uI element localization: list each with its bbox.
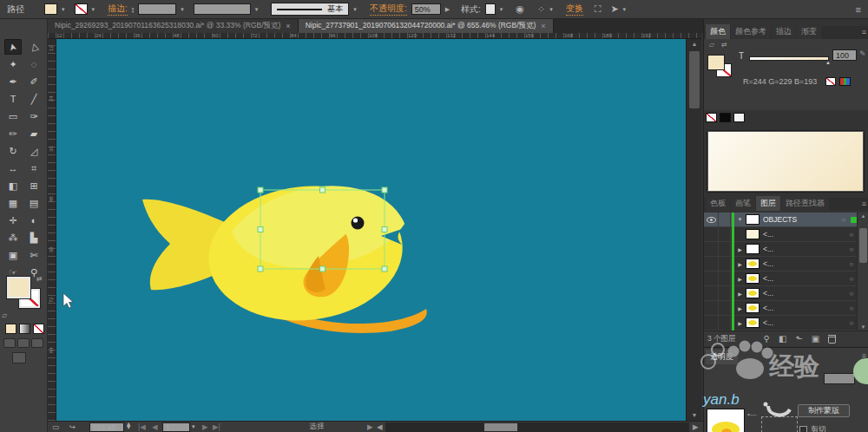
fill-swatch[interactable]	[7, 277, 30, 298]
expand-icon[interactable]: ▶	[734, 320, 746, 326]
stroke-weight-field[interactable]	[138, 3, 176, 15]
align-dropdown-icon[interactable]: ▾	[549, 6, 553, 13]
lock-toggle[interactable]	[719, 227, 731, 242]
visibility-toggle[interactable]	[704, 257, 719, 272]
none-stop-swatch[interactable]	[706, 113, 717, 122]
tint-slider-handle[interactable]: ▲	[825, 60, 831, 65]
scroll-down-icon[interactable]: ▼	[687, 410, 702, 421]
variable-width-profile-field[interactable]	[194, 3, 251, 15]
swap-colors-icon[interactable]: ⇄	[721, 41, 727, 49]
layer-row[interactable]: ▶ <... ○	[704, 242, 868, 257]
status-expand-icon[interactable]: ▶	[367, 422, 373, 432]
layer-name[interactable]: OBJECTS	[760, 215, 838, 224]
first-artboard-icon[interactable]: |◀	[138, 422, 146, 432]
free-transform-tool[interactable]: ⌗	[25, 160, 43, 176]
opacity-label[interactable]: 不透明度:	[370, 3, 407, 16]
panel-fill-swatch[interactable]	[707, 55, 725, 70]
zoom-stepper[interactable]: ▴▾	[127, 422, 130, 432]
pen-tool[interactable]: ✒	[4, 74, 22, 89]
stroke-weight-stepper[interactable]: ▴▾	[132, 6, 135, 13]
vertical-ruler[interactable]: 12243648607284	[48, 39, 56, 421]
panel-menu-icon[interactable]: ≡	[862, 351, 866, 360]
opacity-field[interactable]: 50%	[411, 3, 441, 15]
tint-value-field[interactable]: 100	[832, 49, 857, 61]
lock-toggle[interactable]	[719, 286, 731, 301]
clip-checkbox[interactable]: 剪切	[799, 424, 826, 432]
layer-row[interactable]: ▶ <... ○	[704, 257, 868, 272]
stroke-dropdown-icon[interactable]: ▾	[92, 6, 95, 13]
layers-scroll-thumb[interactable]	[859, 228, 867, 263]
none-swatch[interactable]	[825, 77, 836, 86]
tab-stroke[interactable]: 描边	[772, 24, 796, 39]
rgb-spectrum-icon[interactable]	[839, 77, 851, 86]
blend-tool[interactable]: ◐	[25, 213, 43, 228]
profile-dropdown-icon[interactable]: ▾	[255, 6, 259, 13]
target-icon[interactable]: ○	[846, 304, 857, 312]
layer-thumbnail[interactable]	[746, 229, 760, 239]
export-icon[interactable]: ↪	[69, 422, 76, 432]
panel-menu-icon[interactable]: ≡	[862, 28, 866, 36]
tab-brushes[interactable]: 画笔	[731, 196, 755, 211]
layer-name[interactable]: <...	[760, 318, 846, 327]
artboard-canvas[interactable]	[56, 39, 686, 421]
rotate-tool[interactable]: ↻	[4, 143, 22, 159]
perspective-grid-tool[interactable]: ⊞	[25, 178, 43, 193]
stroke-color-swatch[interactable]	[75, 3, 88, 15]
line-segment-tool[interactable]: ╱	[25, 91, 43, 107]
eyedropper-tool[interactable]: ✛	[4, 213, 22, 228]
target-icon[interactable]: ○	[838, 216, 849, 224]
default-swatch-icon[interactable]: ▱	[709, 41, 714, 49]
swap-fill-stroke-icon[interactable]: ⇄	[36, 275, 43, 283]
scroll-left-icon[interactable]: ◀	[377, 422, 383, 432]
eraser-tool[interactable]: ▰	[25, 126, 43, 141]
close-icon[interactable]: ×	[541, 22, 545, 30]
expand-icon[interactable]: ▶	[734, 246, 746, 252]
none-button[interactable]	[33, 324, 44, 334]
doc-profile-icon[interactable]: ▭	[52, 422, 59, 432]
layer-thumbnail[interactable]	[746, 259, 760, 269]
last-artboard-icon[interactable]: ▶|	[213, 422, 220, 432]
mask-thumbnail-placeholder[interactable]	[761, 416, 798, 432]
scroll-down-icon[interactable]: ▼	[858, 324, 868, 330]
layers-scrollbar[interactable]: ▲ ▼	[857, 213, 868, 331]
scroll-up-icon[interactable]: ▲	[687, 39, 702, 49]
draw-behind-button[interactable]	[17, 338, 30, 348]
stroke-weight-dropdown-icon[interactable]: ▾	[181, 6, 184, 13]
layer-thumbnail[interactable]	[746, 273, 760, 284]
close-icon[interactable]: ×	[286, 22, 290, 30]
visibility-toggle[interactable]	[704, 286, 719, 301]
visibility-toggle[interactable]	[704, 213, 719, 227]
lasso-tool[interactable]: ◌	[25, 56, 43, 72]
layer-thumbnail[interactable]	[746, 288, 760, 298]
delete-layer-icon[interactable]	[828, 335, 836, 344]
selection-indicator[interactable]	[851, 217, 857, 223]
document-tab-2[interactable]: Nipic_27737901_20190706132044720000.ai* …	[299, 19, 554, 33]
expand-icon[interactable]: ▶	[734, 261, 746, 267]
column-graph-tool[interactable]: ▙	[25, 230, 43, 245]
white-stop-swatch[interactable]	[733, 113, 745, 122]
artboard-dropdown-icon[interactable]: ▾	[192, 422, 195, 432]
type-tool[interactable]: T	[4, 91, 22, 107]
gradient-button[interactable]	[19, 324, 30, 334]
panel-menu-icon[interactable]: ≡	[862, 200, 866, 208]
brush-dropdown-icon[interactable]: ▾	[353, 6, 357, 13]
tint-slider[interactable]	[749, 56, 829, 61]
scroll-right-icon[interactable]: ▶	[693, 422, 699, 432]
mesh-tool[interactable]: ▦	[4, 195, 22, 211]
layer-name[interactable]: <...	[760, 289, 846, 298]
visibility-toggle[interactable]	[704, 301, 719, 316]
layer-thumbnail[interactable]	[746, 303, 760, 313]
tab-pathfinder[interactable]: 路径查找器	[781, 196, 829, 211]
draw-inside-button[interactable]	[31, 338, 43, 348]
horizontal-ruler[interactable]: 1224364860728496108120132144156168180192	[48, 33, 701, 39]
fill-dropdown-icon[interactable]: ▾	[62, 6, 65, 13]
selection-tool[interactable]: ➤	[4, 39, 22, 55]
style-swatch[interactable]	[485, 3, 496, 15]
object-thumbnail[interactable]	[707, 409, 745, 432]
visibility-toggle[interactable]	[704, 272, 719, 286]
scale-tool[interactable]: ◿	[25, 143, 43, 159]
horizontal-scrollbar[interactable]	[385, 422, 689, 432]
locate-object-icon[interactable]: ⚲	[764, 334, 770, 344]
tab-color[interactable]: 颜色	[706, 24, 730, 39]
width-tool[interactable]: ↔	[4, 160, 22, 176]
